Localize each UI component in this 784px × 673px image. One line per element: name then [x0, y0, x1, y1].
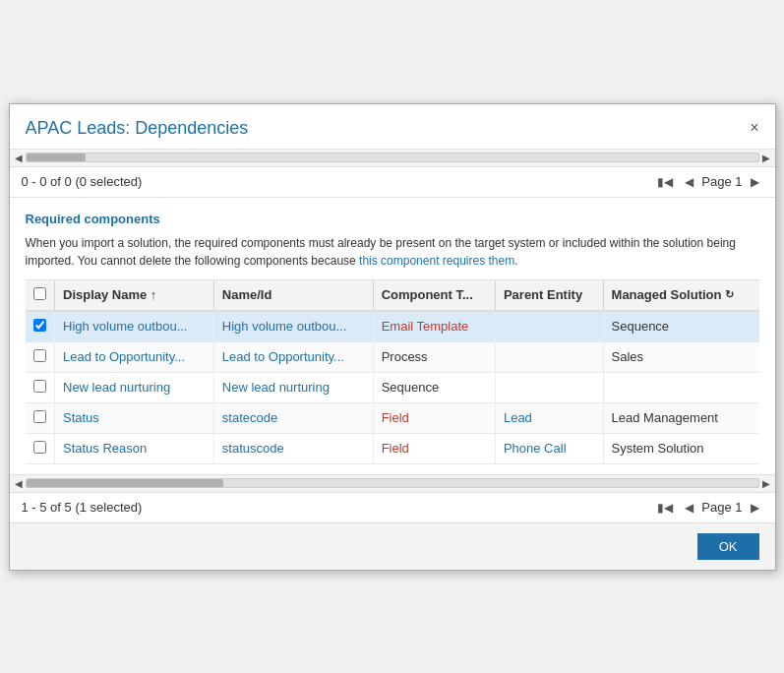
table-row: StatusstatecodeFieldLeadLead Management: [26, 402, 759, 433]
required-desc-link: this component requires them: [359, 254, 514, 268]
header-component-type-label: Component T...: [382, 287, 473, 302]
row-managed-solution: System Solution: [603, 433, 758, 463]
header-display-name-label: Display Name ↑: [63, 287, 156, 302]
scroll-right-arrow[interactable]: ▶: [759, 151, 773, 164]
next-page-button-bottom[interactable]: ▶: [747, 499, 763, 517]
row-checkbox[interactable]: [33, 319, 46, 332]
top-scrollbar-track[interactable]: [26, 153, 759, 162]
dialog-body: ◀ ▶ 0 - 0 of 0 (0 selected) ▮◀ ◀ Page 1 …: [10, 150, 775, 474]
header-parent-entity: Parent Entity: [495, 280, 603, 311]
table-row: Status ReasonstatuscodeFieldPhone CallSy…: [26, 433, 759, 463]
top-pagination-info: 0 - 0 of 0 (0 selected): [22, 174, 143, 189]
row-checkbox[interactable]: [33, 380, 46, 393]
row-component-type[interactable]: Field: [373, 402, 495, 433]
table-row: High volume outbou...High volume outbou.…: [26, 311, 759, 342]
row-checkbox-cell[interactable]: [26, 402, 55, 433]
prev-page-button-bottom[interactable]: ◀: [681, 499, 697, 517]
close-button[interactable]: ×: [750, 120, 758, 136]
row-display-name[interactable]: New lead nurturing: [55, 372, 214, 402]
table-header-row: Display Name ↑ Name/Id Component T...: [26, 280, 759, 311]
prev-page-button-top[interactable]: ◀: [681, 173, 697, 191]
scroll-left-arrow-bottom[interactable]: ◀: [12, 476, 26, 490]
row-display-name[interactable]: Status: [55, 402, 214, 433]
top-pagination-controls: ▮◀ ◀ Page 1 ▶: [653, 173, 762, 191]
ok-button[interactable]: OK: [697, 533, 759, 560]
row-checkbox-cell[interactable]: [26, 341, 55, 372]
required-desc: When you import a solution, the required…: [26, 234, 759, 270]
row-parent-entity[interactable]: Lead: [495, 402, 603, 433]
refresh-icon[interactable]: ↻: [725, 288, 734, 301]
row-checkbox[interactable]: [33, 410, 46, 423]
bottom-scrollbar-thumb: [27, 479, 223, 488]
row-component-type: Sequence: [373, 372, 495, 402]
row-checkbox-cell[interactable]: [26, 311, 55, 342]
dialog: APAC Leads: Dependencies × ◀ ▶ 0 - 0 of …: [9, 103, 776, 571]
dialog-header: APAC Leads: Dependencies ×: [10, 104, 775, 150]
bottom-bar: 1 - 5 of 5 (1 selected) ▮◀ ◀ Page 1 ▶: [10, 492, 775, 522]
row-managed-solution: [603, 372, 758, 402]
header-managed-solution: Managed Solution ↻: [603, 280, 758, 311]
row-name-id[interactable]: Lead to Opportunity...: [213, 341, 373, 372]
dialog-title: APAC Leads: Dependencies: [26, 118, 249, 139]
row-display-name[interactable]: Lead to Opportunity...: [55, 341, 214, 372]
top-pagination-bar: 0 - 0 of 0 (0 selected) ▮◀ ◀ Page 1 ▶: [10, 167, 775, 198]
next-page-button-top[interactable]: ▶: [747, 173, 763, 191]
row-parent-entity: [495, 372, 603, 402]
scroll-right-arrow-bottom[interactable]: ▶: [759, 476, 773, 490]
bottom-scrollbar-track[interactable]: [26, 478, 759, 488]
row-checkbox[interactable]: [33, 349, 46, 362]
row-checkbox-cell[interactable]: [26, 372, 55, 402]
row-name-id[interactable]: High volume outbou...: [213, 311, 373, 342]
top-scrollbar[interactable]: ◀ ▶: [10, 150, 775, 167]
row-parent-entity: [495, 311, 603, 342]
select-all-checkbox[interactable]: [33, 287, 46, 300]
table-container: Display Name ↑ Name/Id Component T...: [26, 279, 759, 464]
row-parent-entity[interactable]: Phone Call: [495, 433, 603, 463]
bottom-scrollbar[interactable]: ◀ ▶: [10, 474, 775, 492]
row-display-name[interactable]: High volume outbou...: [55, 311, 214, 342]
scroll-left-arrow[interactable]: ◀: [12, 151, 26, 164]
header-managed-solution-label: Managed Solution: [612, 287, 722, 302]
required-title: Required components: [26, 212, 759, 226]
required-section: Required components When you import a so…: [10, 198, 775, 474]
row-checkbox-cell[interactable]: [26, 433, 55, 463]
row-component-type[interactable]: Email Template: [373, 311, 495, 342]
row-checkbox[interactable]: [33, 441, 46, 454]
header-name-id: Name/Id: [213, 280, 373, 311]
header-component-type: Component T...: [373, 280, 495, 311]
header-checkbox[interactable]: [26, 280, 55, 311]
header-display-name: Display Name ↑: [55, 280, 214, 311]
first-page-button-bottom[interactable]: ▮◀: [653, 499, 677, 517]
row-managed-solution: Sales: [603, 341, 758, 372]
bottom-pagination-controls: ▮◀ ◀ Page 1 ▶: [653, 499, 762, 517]
header-name-id-label: Name/Id: [222, 287, 272, 302]
dialog-footer: OK: [10, 522, 775, 570]
top-scrollbar-thumb: [27, 153, 86, 161]
header-parent-entity-label: Parent Entity: [504, 287, 582, 302]
row-component-type[interactable]: Field: [373, 433, 495, 463]
row-name-id[interactable]: statecode: [213, 402, 373, 433]
row-display-name[interactable]: Status Reason: [55, 433, 214, 463]
row-managed-solution: Lead Management: [603, 402, 758, 433]
row-name-id[interactable]: statuscode: [213, 433, 373, 463]
row-managed-solution: Sequence: [603, 311, 758, 342]
table-row: Lead to Opportunity...Lead to Opportunit…: [26, 341, 759, 372]
top-page-label: Page 1: [701, 174, 742, 189]
row-name-id[interactable]: New lead nurturing: [213, 372, 373, 402]
first-page-button-top[interactable]: ▮◀: [653, 173, 677, 191]
bottom-page-label: Page 1: [701, 500, 742, 515]
dependencies-table: Display Name ↑ Name/Id Component T...: [26, 280, 759, 464]
row-component-type: Process: [373, 341, 495, 372]
row-parent-entity: [495, 341, 603, 372]
table-body: High volume outbou...High volume outbou.…: [26, 311, 759, 464]
table-row: New lead nurturingNew lead nurturingSequ…: [26, 372, 759, 402]
bottom-pagination-info: 1 - 5 of 5 (1 selected): [22, 500, 143, 515]
bottom-pagination-bar: 1 - 5 of 5 (1 selected) ▮◀ ◀ Page 1 ▶: [10, 493, 775, 522]
required-desc-part3: .: [514, 254, 517, 268]
